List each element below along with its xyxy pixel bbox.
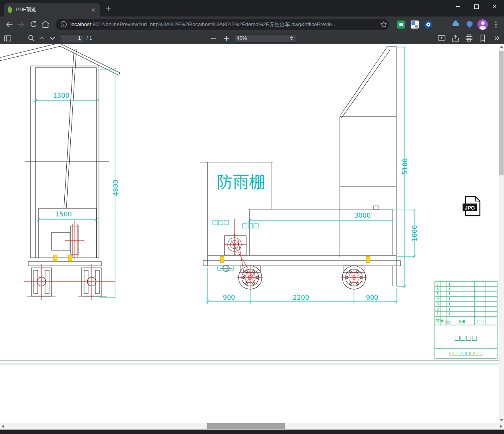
zoom-out-button[interactable] bbox=[208, 33, 219, 43]
dim-label: 900 bbox=[366, 294, 379, 301]
more-tools-button[interactable] bbox=[491, 33, 502, 43]
dim-label: 1500 bbox=[56, 210, 72, 218]
qty-cell: 1 bbox=[448, 292, 451, 296]
close-icon bbox=[492, 4, 497, 9]
vertical-scrollbar[interactable] bbox=[499, 44, 504, 423]
bookmark-button[interactable] bbox=[477, 33, 488, 43]
extension-icon-green[interactable] bbox=[397, 21, 405, 29]
dim-label: 5100 bbox=[401, 158, 409, 175]
extension-glyph bbox=[426, 23, 430, 27]
jpg-label: JPG bbox=[465, 205, 475, 211]
scroll-left-arrow[interactable] bbox=[2, 425, 4, 428]
select-arrows-icon bbox=[290, 36, 293, 40]
sidebar-toggle-button[interactable] bbox=[2, 33, 13, 43]
previous-page-button[interactable] bbox=[37, 33, 47, 43]
window-maximize-button[interactable] bbox=[467, 0, 485, 13]
zoom-controls: 40% bbox=[208, 32, 296, 44]
bookmark-star-icon[interactable] bbox=[380, 21, 387, 28]
reload-button[interactable] bbox=[27, 19, 39, 31]
scroll-right-arrow[interactable] bbox=[500, 425, 502, 428]
pdf-page-cad-drawing: 1300 1500 4800 防雨棚 5100 3000 1000 900 22… bbox=[0, 44, 499, 423]
back-icon bbox=[4, 19, 14, 30]
dim-label: 1300 bbox=[53, 92, 70, 99]
qty-cell: 1 bbox=[448, 297, 451, 301]
extension-glyph bbox=[467, 21, 473, 28]
index-cell: 3 bbox=[436, 302, 439, 306]
browser-window: PDF预览 bbox=[0, 0, 504, 434]
window-controls bbox=[448, 0, 504, 13]
forward-button[interactable] bbox=[15, 19, 27, 31]
maximize-icon bbox=[474, 4, 479, 9]
window-bottom-edge bbox=[0, 430, 504, 434]
window-minimize-button[interactable] bbox=[448, 0, 467, 13]
scroll-up-arrow[interactable] bbox=[500, 46, 503, 48]
zoom-in-button[interactable] bbox=[221, 33, 232, 43]
index-cell: 5 bbox=[436, 292, 439, 296]
dim-label: 1000 bbox=[411, 225, 418, 242]
dim-label: 4800 bbox=[112, 180, 119, 196]
extensions-area bbox=[397, 21, 473, 29]
qty-cell: 1 bbox=[448, 302, 451, 306]
sidebar-toggle-icon bbox=[3, 33, 12, 43]
plus-icon bbox=[222, 33, 231, 43]
back-button[interactable] bbox=[3, 19, 15, 31]
extension-glyph bbox=[428, 24, 429, 25]
jpg-file-icon: JPG bbox=[463, 197, 480, 216]
extension-icon-blue-ring[interactable] bbox=[424, 21, 432, 29]
browser-tab[interactable]: PDF预览 bbox=[4, 3, 100, 16]
site-info-icon[interactable] bbox=[60, 21, 67, 28]
bookmark-icon bbox=[478, 33, 488, 43]
browser-navbar: localhost:8012/onlinePreview?url=http%3A… bbox=[0, 16, 504, 32]
pdf-toolbar-right bbox=[436, 33, 502, 43]
home-icon bbox=[40, 19, 51, 30]
browser-titlebar: PDF预览 bbox=[0, 0, 504, 16]
url-host: localhost bbox=[70, 21, 91, 27]
extension-icon-cloud[interactable] bbox=[452, 21, 460, 29]
header-note: □□ bbox=[477, 320, 483, 324]
zoom-select[interactable]: 40% bbox=[234, 34, 296, 43]
print-button[interactable] bbox=[464, 33, 474, 43]
toolbar-separator bbox=[16, 35, 16, 42]
drawing-title-text: □□□□ bbox=[455, 334, 477, 341]
home-button[interactable] bbox=[39, 19, 51, 31]
vertical-scrollbar-thumb[interactable] bbox=[499, 51, 504, 175]
tab-close-icon[interactable] bbox=[90, 7, 97, 13]
chevron-up-icon bbox=[37, 33, 47, 43]
header-name: □□ bbox=[445, 321, 451, 324]
qty-cell: 1 bbox=[448, 287, 451, 291]
profile-avatar[interactable] bbox=[477, 19, 488, 30]
browser-menu-button[interactable] bbox=[491, 19, 501, 30]
extension-icon-shield[interactable] bbox=[465, 21, 473, 29]
address-bar[interactable]: localhost:8012/onlinePreview?url=http%3A… bbox=[56, 19, 389, 30]
extension-glyph bbox=[411, 21, 415, 25]
horizontal-scrollbar[interactable] bbox=[0, 423, 504, 430]
next-page-button[interactable] bbox=[47, 33, 58, 43]
double-chevron-right-icon bbox=[492, 33, 501, 43]
search-icon bbox=[27, 33, 36, 43]
new-tab-button[interactable] bbox=[105, 5, 113, 13]
zoom-value: 40% bbox=[237, 35, 247, 41]
extension-glyph bbox=[453, 23, 459, 26]
dim-label: 2200 bbox=[293, 294, 309, 301]
scroll-down-arrow[interactable] bbox=[500, 419, 503, 421]
horizontal-scrollbar-thumb[interactable] bbox=[207, 423, 285, 429]
find-button[interactable] bbox=[26, 33, 37, 43]
extension-icon-color-grid[interactable] bbox=[438, 21, 446, 29]
extension-icon-translate[interactable] bbox=[411, 21, 419, 29]
page-number-input[interactable]: 1 bbox=[61, 34, 83, 42]
index-cell: 7 bbox=[436, 282, 439, 286]
extension-glyph bbox=[399, 23, 403, 26]
dim-label: 3000 bbox=[354, 212, 371, 219]
open-file-icon bbox=[451, 33, 460, 43]
drawing-footer-text: □□□□□□□□ bbox=[449, 351, 482, 356]
kebab-menu-icon bbox=[492, 21, 500, 29]
rain-shelter-label: 防雨棚 bbox=[217, 173, 265, 191]
reload-icon bbox=[28, 19, 39, 30]
tab-title: PDF预览 bbox=[16, 6, 90, 13]
window-close-button[interactable] bbox=[485, 0, 504, 13]
minimize-icon bbox=[456, 6, 460, 7]
presentation-mode-button[interactable] bbox=[436, 33, 447, 43]
open-file-button[interactable] bbox=[450, 33, 461, 43]
chevron-down-icon bbox=[47, 33, 57, 43]
index-cell: 6 bbox=[436, 287, 439, 291]
